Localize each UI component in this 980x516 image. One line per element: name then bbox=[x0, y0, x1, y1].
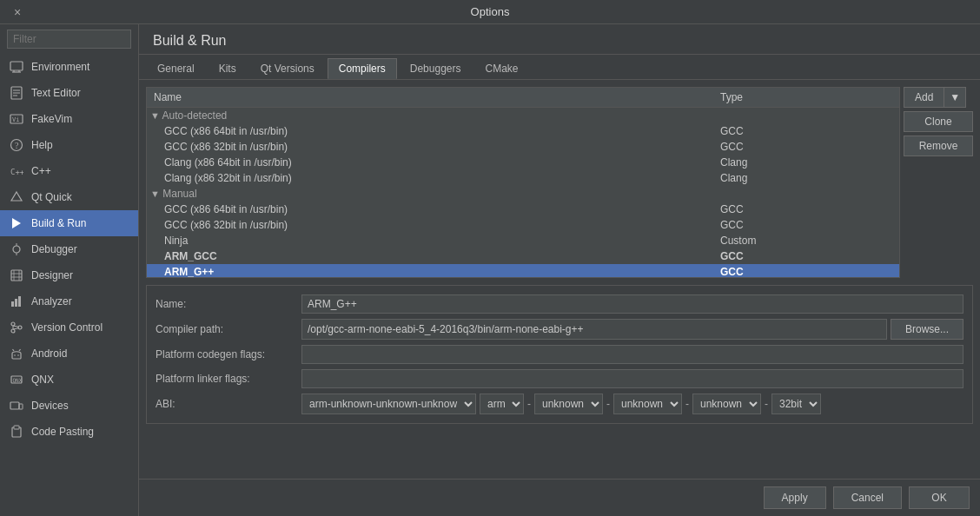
compiler-path-input[interactable] bbox=[301, 319, 887, 340]
abi-unknown1-select[interactable]: unknown bbox=[534, 394, 603, 414]
table-row-selected[interactable]: ARM_G++ GCC bbox=[147, 264, 899, 278]
table-row[interactable]: Ninja Custom bbox=[147, 233, 899, 248]
text-editor-label: Text Editor bbox=[31, 87, 81, 99]
table-row[interactable]: ARM_GCC GCC bbox=[147, 248, 899, 264]
sidebar-item-qnx[interactable]: QNX QNX bbox=[0, 367, 138, 393]
environment-icon bbox=[9, 59, 24, 75]
name-label: Name: bbox=[156, 298, 295, 310]
tab-qt-versions[interactable]: Qt Versions bbox=[249, 58, 326, 79]
svg-rect-0 bbox=[10, 62, 23, 70]
table-row[interactable]: GCC (x86 32bit in /usr/bin) GCC bbox=[147, 139, 899, 155]
abi-unknown3-select[interactable]: unknown bbox=[692, 394, 761, 414]
platform-codegen-label: Platform codegen flags: bbox=[156, 348, 295, 361]
sidebar-item-debugger[interactable]: Debugger bbox=[0, 236, 138, 262]
tab-debuggers[interactable]: Debuggers bbox=[399, 58, 473, 79]
abi-sep4: - bbox=[765, 398, 768, 410]
svg-rect-39 bbox=[19, 404, 23, 409]
form-row-platform-codegen: Platform codegen flags: bbox=[156, 345, 963, 364]
sidebar-item-version-control[interactable]: Version Control bbox=[0, 314, 138, 341]
abi-sep1: - bbox=[527, 398, 531, 410]
text-editor-icon bbox=[9, 85, 24, 101]
sidebar-item-fakevim[interactable]: Vi FakeVim bbox=[0, 106, 138, 132]
cpp-icon: C++ bbox=[9, 163, 24, 179]
tab-general[interactable]: General bbox=[146, 58, 206, 79]
qnx-icon: QNX bbox=[9, 372, 24, 387]
add-dropdown-button[interactable]: ▼ bbox=[944, 87, 966, 108]
sidebar-item-text-editor[interactable]: Text Editor bbox=[0, 80, 138, 106]
table-row[interactable]: GCC (x86 64bit in /usr/bin) GCC bbox=[147, 202, 899, 217]
table-row[interactable]: Clang (x86 64bit in /usr/bin) Clang bbox=[147, 155, 899, 170]
platform-codegen-input[interactable] bbox=[301, 345, 963, 364]
sidebar-item-devices[interactable]: Devices bbox=[0, 393, 138, 419]
cancel-button[interactable]: Cancel bbox=[833, 486, 902, 509]
analyzer-icon bbox=[9, 294, 24, 309]
code-pasting-icon bbox=[9, 424, 24, 440]
compiler-type: GCC bbox=[713, 202, 899, 217]
ok-button[interactable]: OK bbox=[909, 486, 970, 509]
abi-arch-select[interactable]: arm-unknown-unknown-unknow bbox=[301, 394, 476, 414]
platform-linker-label: Platform linker flags: bbox=[156, 373, 295, 385]
version-control-icon bbox=[9, 320, 24, 335]
tabs-bar: General Kits Qt Versions Compilers Debug… bbox=[139, 55, 980, 80]
sidebar-item-analyzer[interactable]: Analyzer bbox=[0, 288, 138, 314]
abi-label: ABI: bbox=[156, 398, 295, 410]
compiler-path-group: Browse... bbox=[301, 319, 963, 340]
build-run-label: Build & Run bbox=[31, 217, 86, 229]
svg-line-31 bbox=[13, 326, 19, 327]
abi-unknown2-select[interactable]: unknown bbox=[613, 394, 682, 414]
sidebar-item-qt-quick[interactable]: Qt Quick bbox=[0, 184, 138, 210]
remove-button[interactable]: Remove bbox=[904, 136, 973, 156]
sidebar-item-cpp[interactable]: C++ C++ bbox=[0, 158, 138, 184]
compiler-path-label: Compiler path: bbox=[156, 323, 295, 335]
table-row[interactable]: Clang (x86 32bit in /usr/bin) Clang bbox=[147, 170, 899, 186]
compiler-type: GCC bbox=[713, 139, 899, 155]
sidebar-item-environment[interactable]: Environment bbox=[0, 54, 138, 80]
svg-line-34 bbox=[13, 349, 15, 351]
filter-input[interactable] bbox=[7, 30, 131, 49]
tab-compilers[interactable]: Compilers bbox=[328, 58, 397, 79]
fakevim-label: FakeVim bbox=[31, 113, 72, 125]
abi-arch2-select[interactable]: arm bbox=[480, 394, 524, 414]
sidebar-item-help[interactable]: ? Help bbox=[0, 132, 138, 158]
help-icon: ? bbox=[9, 137, 24, 153]
add-button-group: Add ▼ bbox=[904, 87, 973, 108]
compiler-name: ARM_G++ bbox=[147, 264, 713, 278]
col-name: Name bbox=[147, 88, 713, 108]
apply-button[interactable]: Apply bbox=[764, 486, 826, 509]
sidebar-item-android[interactable]: Android bbox=[0, 341, 138, 367]
svg-text:C++: C++ bbox=[10, 168, 23, 176]
devices-label: Devices bbox=[31, 400, 69, 412]
sidebar-item-designer[interactable]: Designer bbox=[0, 262, 138, 288]
browse-button[interactable]: Browse... bbox=[891, 319, 963, 340]
right-panel: Build & Run General Kits Qt Versions Com… bbox=[139, 24, 980, 516]
qnx-label: QNX bbox=[31, 374, 54, 386]
abi-controls: arm-unknown-unknown-unknow arm - unknown… bbox=[301, 394, 963, 414]
close-button[interactable]: × bbox=[9, 3, 26, 21]
title-bar: × Options bbox=[0, 0, 980, 24]
sidebar-item-build-run[interactable]: Build & Run bbox=[0, 210, 138, 236]
compiler-name: GCC (x86 32bit in /usr/bin) bbox=[147, 139, 713, 155]
table-actions: Add ▼ Clone Remove bbox=[900, 87, 973, 278]
compiler-type: GCC bbox=[713, 217, 899, 233]
tab-cmake[interactable]: CMake bbox=[473, 58, 529, 79]
detail-form: Name: Compiler path: Browse... Platform … bbox=[146, 285, 973, 424]
compiler-name: ARM_GCC bbox=[147, 248, 713, 264]
svg-line-30 bbox=[13, 328, 19, 329]
abi-bits-select[interactable]: 32bit bbox=[771, 394, 821, 414]
svg-text:?: ? bbox=[15, 141, 19, 150]
sidebar-item-code-pasting[interactable]: Code Pasting bbox=[0, 419, 138, 445]
window-title: Options bbox=[471, 5, 510, 18]
build-run-icon bbox=[9, 215, 24, 231]
svg-point-27 bbox=[11, 329, 15, 333]
clone-button[interactable]: Clone bbox=[904, 111, 973, 132]
compiler-name: GCC (x86 64bit in /usr/bin) bbox=[147, 123, 713, 139]
add-button[interactable]: Add bbox=[904, 87, 944, 108]
table-row[interactable]: GCC (x86 32bit in /usr/bin) GCC bbox=[147, 217, 899, 233]
compiler-table-container[interactable]: Name Type ▼ Auto-detected GCC (x86 64bit… bbox=[146, 87, 900, 278]
tab-kits[interactable]: Kits bbox=[208, 58, 248, 79]
devices-icon bbox=[9, 398, 24, 413]
platform-linker-input[interactable] bbox=[301, 369, 963, 388]
table-row[interactable]: GCC (x86 64bit in /usr/bin) GCC bbox=[147, 123, 899, 139]
svg-point-28 bbox=[18, 326, 22, 329]
name-input[interactable] bbox=[301, 294, 963, 314]
